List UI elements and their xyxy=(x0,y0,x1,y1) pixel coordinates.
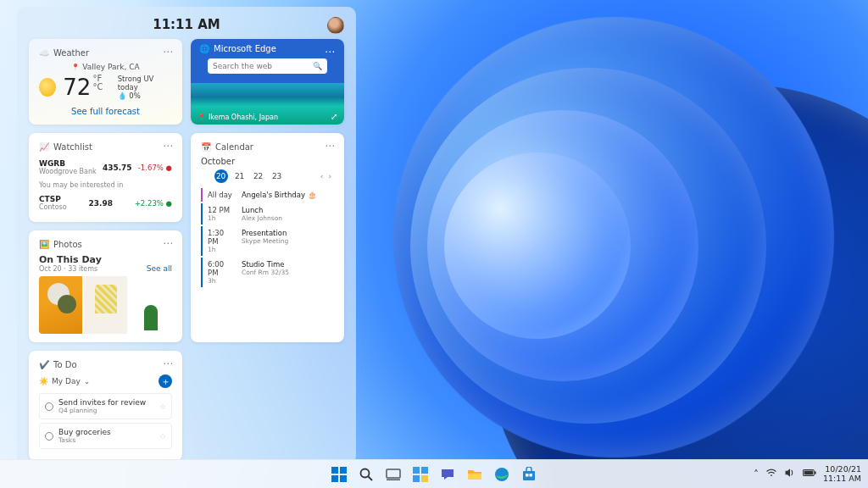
chevron-left-icon[interactable]: ‹ xyxy=(318,172,326,180)
bing-search-input[interactable]: Search the web 🔍 xyxy=(208,58,327,74)
svg-point-16 xyxy=(771,474,772,476)
event-title: Angela's Birthday 🎂 xyxy=(242,191,317,199)
search-icon: 🔍 xyxy=(313,62,322,70)
store-button[interactable] xyxy=(518,463,540,485)
more-icon[interactable]: ⋯ xyxy=(163,46,174,58)
svg-rect-11 xyxy=(421,475,428,482)
see-all-link[interactable]: See all xyxy=(147,264,172,273)
calendar-day[interactable]: 23 xyxy=(270,169,284,183)
system-tray: ˄ 10/20/21 11:11 AM xyxy=(754,465,861,483)
svg-rect-6 xyxy=(387,469,400,478)
tray-overflow-button[interactable]: ˄ xyxy=(754,469,759,480)
file-explorer-button[interactable] xyxy=(464,463,486,485)
photos-widget[interactable]: 🖼️ Photos ⋯ On This Day Oct 20 · 33 item… xyxy=(29,230,182,342)
battery-icon[interactable] xyxy=(803,467,816,481)
taskbar-clock[interactable]: 10/20/21 11:11 AM xyxy=(823,465,861,483)
todo-item[interactable]: Send invites for reviewQ4 planning☆ xyxy=(39,393,172,419)
photos-icon: 🖼️ xyxy=(39,239,49,249)
weather-widget[interactable]: ☁️ Weather ⋯ 📍 Valley Park, CA 72 °F °C … xyxy=(29,39,182,125)
calendar-event[interactable]: All dayAngela's Birthday 🎂 xyxy=(201,188,334,202)
chevron-right-icon[interactable]: › xyxy=(326,172,334,180)
svg-rect-7 xyxy=(387,479,400,480)
location-pin-icon: 📍 xyxy=(198,114,206,121)
more-icon[interactable]: ⋯ xyxy=(325,46,336,58)
wifi-icon[interactable] xyxy=(765,467,777,481)
see-full-forecast-link[interactable]: See full forecast xyxy=(39,107,172,116)
more-icon[interactable]: ⋯ xyxy=(325,140,336,152)
location-pin-icon: 📍 xyxy=(71,64,80,71)
photos-heading: On This Day xyxy=(39,254,102,265)
calendar-event[interactable]: 6:00 PM3hStudio TimeConf Rm 32/35 xyxy=(201,258,334,287)
todo-icon: ✔️ xyxy=(39,359,49,369)
todo-item[interactable]: Buy groceriesTasks☆ xyxy=(39,423,172,449)
weather-location: Valley Park, CA xyxy=(82,63,139,71)
calendar-widget[interactable]: 📅 Calendar ⋯ October ‹ 20212223‹› All da… xyxy=(191,133,344,342)
task-view-button[interactable] xyxy=(382,463,404,485)
taskbar: ˄ 10/20/21 11:11 AM xyxy=(0,459,868,488)
user-avatar[interactable] xyxy=(327,17,344,34)
photo-thumbnail[interactable] xyxy=(129,276,172,334)
taskbar-time: 11:11 AM xyxy=(823,474,861,483)
calendar-day[interactable]: 21 xyxy=(233,169,247,183)
stocks-icon: 📈 xyxy=(39,141,49,152)
stock-price: 23.98 xyxy=(88,199,112,208)
photo-thumbnail[interactable] xyxy=(84,276,127,334)
search-placeholder: Search the web xyxy=(213,62,272,70)
todo-checkbox[interactable] xyxy=(45,432,53,441)
stock-company: Contoso xyxy=(39,203,67,211)
event-time: 6:00 PM3h xyxy=(208,260,236,285)
weather-uv: Strong UV today xyxy=(118,75,172,92)
edge-title: Microsoft Edge xyxy=(214,44,276,53)
todo-myday-dropdown[interactable]: ☀️My Day⌄ xyxy=(39,377,90,385)
weather-precip: 💧 0% xyxy=(118,92,172,100)
start-button[interactable] xyxy=(328,463,350,485)
widgets-panel: 11:11 AM ☁️ Weather ⋯ 📍 Valley Park, CA … xyxy=(17,7,356,464)
edge-widget[interactable]: 🌐 Microsoft Edge ⋯ Search the web 🔍 📍 Ik… xyxy=(191,39,344,125)
svg-rect-8 xyxy=(413,467,420,474)
more-icon[interactable]: ⋯ xyxy=(163,140,174,152)
expand-icon[interactable]: ⤢ xyxy=(331,112,337,121)
stock-company: Woodgrove Bank xyxy=(39,168,97,175)
event-time: 1:30 PM1h xyxy=(208,229,236,253)
bing-image: 📍 Ikema Ohashi, Japan ⤢ xyxy=(191,79,344,125)
calendar-event[interactable]: 1:30 PM1hPresentationSkype Meeting xyxy=(201,226,334,256)
chevron-down-icon: ⌄ xyxy=(84,377,91,385)
weather-icon: ☁️ xyxy=(39,47,49,58)
photo-thumbnail[interactable] xyxy=(39,276,82,334)
todo-checkbox[interactable] xyxy=(45,402,53,411)
calendar-day[interactable]: 20 xyxy=(214,169,228,183)
svg-rect-2 xyxy=(331,475,338,482)
svg-rect-14 xyxy=(526,474,529,477)
more-icon[interactable]: ⋯ xyxy=(163,358,174,369)
edge-icon: 🌐 xyxy=(199,44,209,53)
svg-point-4 xyxy=(361,469,370,477)
calendar-icon: 📅 xyxy=(201,141,211,152)
calendar-title: Calendar xyxy=(215,142,253,152)
watchlist-note: You may be interested in xyxy=(39,181,172,189)
todo-item-sub: Q4 planning xyxy=(58,407,146,414)
more-icon[interactable]: ⋯ xyxy=(163,237,174,249)
event-subtitle: Alex Johnson xyxy=(242,214,282,222)
event-time: 12 PM1h xyxy=(208,206,236,222)
stock-change: +2.23% ● xyxy=(135,199,172,208)
stock-change: -1.67% ● xyxy=(138,164,172,172)
widgets-button[interactable] xyxy=(409,463,431,485)
watchlist-widget[interactable]: 📈 Watchlist ⋯ WGRBWoodgrove Bank435.75-1… xyxy=(29,133,182,222)
volume-icon[interactable] xyxy=(784,467,796,481)
search-button[interactable] xyxy=(355,463,377,485)
calendar-event[interactable]: 12 PM1hLunchAlex Johnson xyxy=(201,203,334,225)
sun-icon xyxy=(39,78,56,97)
todo-item-title: Buy groceries xyxy=(58,428,111,436)
chat-button[interactable] xyxy=(437,463,459,485)
star-icon[interactable]: ☆ xyxy=(159,432,166,441)
svg-line-5 xyxy=(369,476,373,480)
add-task-button[interactable]: ＋ xyxy=(159,374,172,388)
star-icon[interactable]: ☆ xyxy=(159,402,166,411)
svg-rect-18 xyxy=(815,471,816,474)
calendar-day[interactable]: 22 xyxy=(252,169,265,183)
event-time: All day xyxy=(208,191,236,199)
stock-symbol: CTSP xyxy=(39,195,67,203)
todo-widget[interactable]: ✔️ To Do ⋯ ☀️My Day⌄ ＋ Send invites for … xyxy=(29,351,182,461)
stock-price: 435.75 xyxy=(103,164,132,172)
edge-button[interactable] xyxy=(491,463,513,485)
